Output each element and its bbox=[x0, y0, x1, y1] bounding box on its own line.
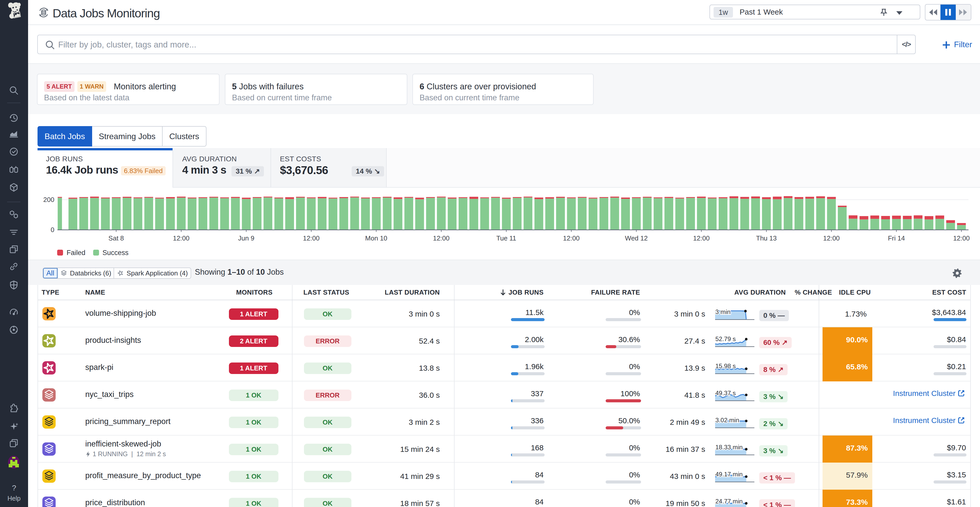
svg-text:12:00: 12:00 bbox=[173, 234, 189, 242]
svg-text:52.79 s: 52.79 s bbox=[715, 335, 736, 342]
svg-text:Thu 13: Thu 13 bbox=[756, 234, 776, 242]
svg-text:Jun 9: Jun 9 bbox=[238, 234, 255, 242]
svg-text:Fri 14: Fri 14 bbox=[888, 234, 905, 242]
svg-text:12:00: 12:00 bbox=[433, 234, 449, 242]
svg-text:0: 0 bbox=[51, 226, 54, 234]
svg-text:12:00: 12:00 bbox=[563, 234, 579, 242]
svg-text:15.98 s: 15.98 s bbox=[715, 362, 736, 369]
svg-text:3 min: 3 min bbox=[715, 308, 731, 315]
svg-text:Tue 11: Tue 11 bbox=[496, 234, 516, 242]
svg-text:Wed 12: Wed 12 bbox=[625, 234, 648, 242]
svg-text:12:00: 12:00 bbox=[823, 234, 840, 242]
svg-text:12:00: 12:00 bbox=[303, 234, 320, 242]
svg-text:12:00: 12:00 bbox=[693, 234, 710, 242]
svg-text:Sat 8: Sat 8 bbox=[108, 234, 124, 242]
svg-text:3.02 min: 3.02 min bbox=[715, 417, 739, 424]
svg-text:Mon 10: Mon 10 bbox=[365, 234, 387, 242]
svg-text:49.17 min: 49.17 min bbox=[715, 471, 743, 478]
svg-text:24.77 min: 24.77 min bbox=[715, 498, 743, 505]
svg-text:12:00: 12:00 bbox=[953, 234, 969, 242]
svg-text:200: 200 bbox=[43, 196, 54, 204]
svg-text:49.37 s: 49.37 s bbox=[715, 389, 736, 397]
svg-text:18.33 min: 18.33 min bbox=[715, 444, 743, 451]
